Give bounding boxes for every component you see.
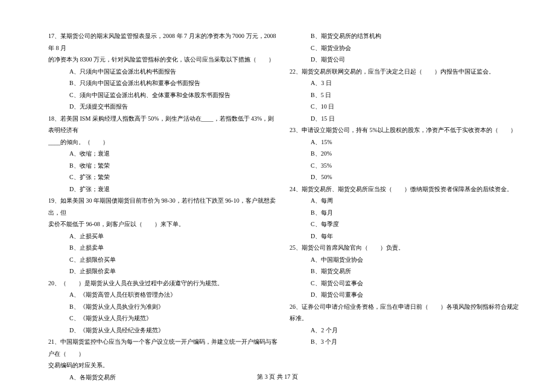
- right-column: B、期货交易所的结算机构 C、期货业协会 D、期货公司 22、期货交易所联网交易…: [290, 30, 519, 383]
- left-column: 17、某期货公司的期末风险监管报表显示，2008 年 7 月末的净资本为 700…: [48, 30, 278, 383]
- q19-option-a: A、止损买单: [48, 230, 278, 242]
- q20-option-a: A、《期货高管人员任职资格管理办法》: [48, 289, 278, 301]
- q25-option-b: B、期货交易所: [290, 265, 519, 277]
- question-19: 19、如果美国 30 年期国债期货目前市价为 98-30，若行情往下跌至 96-…: [48, 195, 278, 277]
- q17-option-c: C、须向中国证监会派出机构、全体董事和全体股东书面报告: [48, 89, 278, 101]
- q17-option-b: B、只须向中国证监会派出机构和董事会书面报告: [48, 77, 278, 89]
- q22-option-d: D、15 日: [290, 113, 519, 125]
- question-17: 17、某期货公司的期末风险监管报表显示，2008 年 7 月末的净资本为 700…: [48, 30, 278, 113]
- q25-text: 25、期货公司首席风险官向（ ）负责。: [290, 242, 519, 254]
- q19-line1: 19、如果美国 30 年期国债期货目前市价为 98-30，若行情往下跌至 96-…: [48, 195, 278, 218]
- q18-option-a: A、收缩；衰退: [48, 148, 278, 160]
- q17-option-a: A、只须向中国证监会派出机构书面报告: [48, 66, 278, 78]
- q23-option-d: D、50%: [290, 171, 519, 183]
- q18-option-d: D、扩张；衰退: [48, 183, 278, 195]
- page-footer: 第 3 页 共 17 页: [0, 373, 555, 381]
- question-23: 23、申请设立期货公司，持有 5%以上股权的股东，净资产不低于实收资本的（ ） …: [290, 124, 519, 183]
- q21-option-d: D、期货公司: [290, 54, 519, 66]
- question-24: 24、期货交易所、期货交易所应当按（ ）缴纳期货投资者保障基金的后续资金。 A、…: [290, 183, 519, 242]
- q22-text: 22、期货交易所联网交易的，应当于决定之日起（ ）内报告中国证监会。: [290, 66, 519, 78]
- q19-line2: 卖价不能低于 96-08，则客户应以（ ）来下单。: [48, 218, 278, 230]
- q18-option-b: B、收缩；繁荣: [48, 160, 278, 172]
- q22-option-c: C、10 日: [290, 101, 519, 113]
- q24-text: 24、期货交易所、期货交易所应当按（ ）缴纳期货投资者保障基金的后续资金。: [290, 183, 519, 195]
- q19-option-b: B、止损卖单: [48, 242, 278, 254]
- q22-option-a: A、3 日: [290, 77, 519, 89]
- q22-option-b: B、5 日: [290, 89, 519, 101]
- q19-option-d: D、止损限价卖单: [48, 265, 278, 277]
- q19-option-c: C、止损限价买单: [48, 254, 278, 266]
- q25-option-d: D、期货公司董事会: [290, 289, 519, 301]
- question-20: 20、（ ）是期货从业人员在执业过程中必须遵守的行为规范。 A、《期货高管人员任…: [48, 277, 278, 337]
- question-25: 25、期货公司首席风险官向（ ）负责。 A、中国期货业协会 B、期货交易所 C、…: [290, 242, 519, 301]
- q23-option-b: B、20%: [290, 148, 519, 160]
- q17-line2: 的净资本为 8300 万元，针对风险监管指标的变化，该公司应当采取以下措施（ ）: [48, 54, 278, 66]
- q24-option-c: C、每季度: [290, 218, 519, 230]
- q18-line2: ____的倾向。（ ）: [48, 136, 278, 148]
- q26-text: 26、证券公司申请介绍业务资格，应当在申请日前（ ）各项风险控制指标符合规定标准…: [290, 301, 519, 324]
- q23-option-c: C、35%: [290, 160, 519, 172]
- question-18: 18、若美国 ISM 采购经理人指数高于 50%，则生产活动在____，若指数低…: [48, 113, 278, 195]
- q24-option-b: B、每月: [290, 207, 519, 219]
- q25-option-c: C、期货公司监事会: [290, 277, 519, 289]
- q20-option-b: B、《期货从业人员执业行为准则》: [48, 301, 278, 313]
- q24-option-d: D、每年: [290, 230, 519, 242]
- q18-line1: 18、若美国 ISM 采购经理人指数高于 50%，则生产活动在____，若指数低…: [48, 113, 278, 136]
- q20-option-c: C、《期货从业人员行为规范》: [48, 312, 278, 324]
- q23-text: 23、申请设立期货公司，持有 5%以上股权的股东，净资产不低于实收资本的（ ）: [290, 124, 519, 136]
- q26-option-a: A、2 个月: [290, 324, 519, 337]
- q26-option-b: B、3 个月: [290, 336, 519, 348]
- q21-line1: 21、中国期货监控中心应当为每一个客户设立统一开户编码，并建立统一开户编码与客户…: [48, 336, 278, 359]
- q17-line1: 17、某期货公司的期末风险监管报表显示，2008 年 7 月末的净资本为 700…: [48, 30, 278, 54]
- q21-option-b: B、期货交易所的结算机构: [290, 30, 519, 42]
- q21-option-c: C、期货业协会: [290, 42, 519, 54]
- q21-line2: 交易编码的对应关系。: [48, 359, 278, 371]
- q23-option-a: A、15%: [290, 136, 519, 148]
- q17-option-d: D、无须提交书面报告: [48, 101, 278, 113]
- q18-option-c: C、扩张；繁荣: [48, 171, 278, 183]
- q24-option-a: A、每周: [290, 195, 519, 207]
- question-22: 22、期货交易所联网交易的，应当于决定之日起（ ）内报告中国证监会。 A、3 日…: [290, 66, 519, 125]
- q25-option-a: A、中国期货业协会: [290, 254, 519, 266]
- q20-option-d: D、《期货从业人员经纪业务规范》: [48, 324, 278, 337]
- question-21-continued: B、期货交易所的结算机构 C、期货业协会 D、期货公司: [290, 30, 519, 66]
- question-26: 26、证券公司申请介绍业务资格，应当在申请日前（ ）各项风险控制指标符合规定标准…: [290, 301, 519, 348]
- q20-text: 20、（ ）是期货从业人员在执业过程中必须遵守的行为规范。: [48, 277, 278, 289]
